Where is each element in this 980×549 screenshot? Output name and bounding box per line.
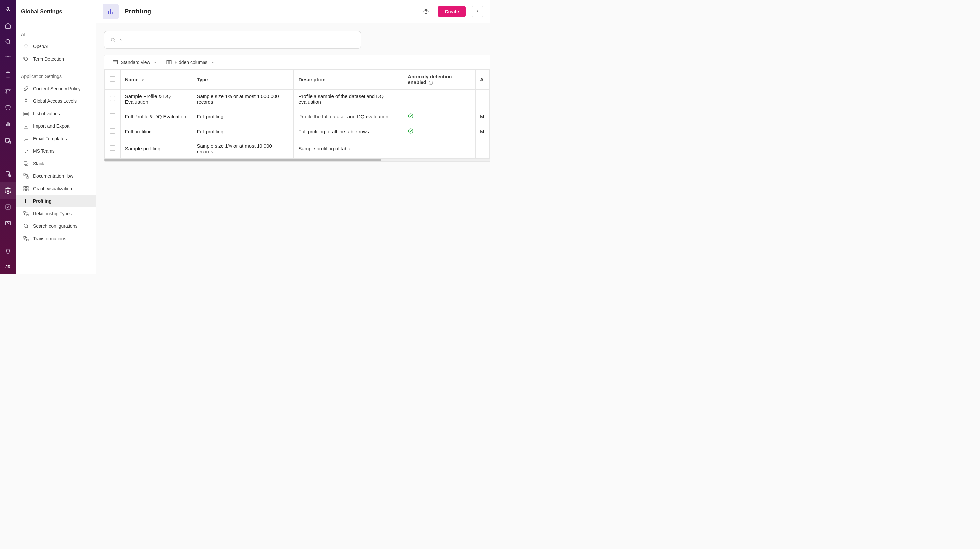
sidebar-item-label: OpenAI — [33, 44, 48, 49]
sidebar-item-import-export[interactable]: Import and Export — [16, 120, 96, 132]
svg-rect-13 — [6, 205, 10, 209]
rail-clipboard[interactable] — [0, 67, 16, 83]
chevron-down-icon[interactable] — [119, 38, 124, 42]
svg-rect-31 — [27, 214, 28, 216]
row-select[interactable] — [105, 139, 121, 158]
rail-book[interactable] — [0, 50, 16, 67]
hidden-columns-label: Hidden columns — [175, 60, 207, 65]
select-all-header[interactable] — [105, 70, 121, 89]
rail-inspect[interactable] — [0, 132, 16, 149]
sidebar-item-profiling[interactable]: Profiling — [16, 195, 96, 207]
sidebar-item-lov[interactable]: List of values — [16, 107, 96, 120]
square-link-icon — [23, 160, 29, 167]
rail-monitor[interactable] — [0, 215, 16, 232]
sidebar-item-graph[interactable]: Graph visualization — [16, 182, 96, 195]
table-row[interactable]: Full Profile & DQ EvaluationFull profili… — [105, 109, 490, 124]
table-row[interactable]: Full profilingFull profilingFull profili… — [105, 124, 490, 139]
cell-type: Full profiling — [192, 124, 294, 139]
page-title: Profiling — [124, 8, 151, 15]
app-logo[interactable]: a — [0, 0, 16, 17]
sidebar-item-docflow[interactable]: Documentation flow — [16, 170, 96, 182]
svg-rect-21 — [24, 115, 28, 116]
table-row[interactable]: Sample Profile & DQ EvaluationSample siz… — [105, 89, 490, 109]
rail-search[interactable] — [0, 33, 16, 50]
settings-sidebar: Global Settings AI OpenAI Term Detection… — [16, 0, 96, 274]
tag-icon — [23, 56, 29, 62]
rail-notifications[interactable] — [0, 243, 16, 259]
checkbox[interactable] — [110, 146, 115, 151]
user-avatar[interactable]: JR — [0, 259, 16, 274]
column-anomaly[interactable]: Anomaly detection enabled — [403, 70, 476, 89]
rail-chart[interactable] — [0, 116, 16, 132]
help-icon — [423, 9, 429, 14]
check-circle-icon — [408, 128, 414, 134]
help-button[interactable] — [420, 6, 432, 17]
sidebar-item-label: Term Detection — [33, 56, 64, 62]
page-header: Profiling Create — [96, 0, 490, 23]
cell-name: Full profiling — [120, 124, 192, 139]
cell-description: Full profiling of all the table rows — [294, 124, 403, 139]
square-link-icon — [23, 148, 29, 154]
svg-rect-19 — [24, 112, 28, 113]
svg-rect-24 — [24, 174, 25, 175]
column-type[interactable]: Type — [192, 70, 294, 89]
rail-home[interactable] — [0, 17, 16, 33]
checkbox[interactable] — [110, 96, 115, 102]
column-description[interactable]: Description — [294, 70, 403, 89]
column-name[interactable]: Name — [120, 70, 192, 89]
sidebar-item-gal[interactable]: Global Access Levels — [16, 95, 96, 107]
horizontal-scrollbar[interactable] — [104, 159, 490, 161]
cell-type: Full profiling — [192, 109, 294, 124]
check-circle-icon — [408, 113, 414, 119]
sidebar-item-label: Search configurations — [33, 224, 77, 229]
sidebar-item-csp[interactable]: Content Security Policy — [16, 82, 96, 95]
columns-icon — [166, 59, 172, 65]
sidebar-item-transformations[interactable]: Transformations — [16, 232, 96, 245]
info-icon[interactable] — [428, 80, 433, 85]
view-label: Standard view — [121, 60, 150, 65]
sidebar-item-relationships[interactable]: Relationship Types — [16, 207, 96, 220]
svg-rect-20 — [24, 113, 28, 114]
rail-settings[interactable] — [0, 182, 16, 199]
flow-icon — [23, 173, 29, 179]
rail-flow[interactable] — [0, 83, 16, 99]
svg-rect-22 — [24, 149, 27, 152]
cell-description: Sample profiling of table — [294, 139, 403, 158]
checkbox[interactable] — [110, 113, 115, 119]
checkbox[interactable] — [110, 76, 115, 82]
svg-point-17 — [24, 102, 25, 103]
create-button[interactable]: Create — [438, 6, 466, 17]
svg-point-0 — [6, 40, 10, 43]
row-select[interactable] — [105, 109, 121, 124]
sidebar-item-slack[interactable]: Slack — [16, 157, 96, 170]
cell-type: Sample size 1% or at most 10 000 records — [192, 139, 294, 158]
more-button[interactable] — [472, 6, 484, 17]
row-select[interactable] — [105, 124, 121, 139]
rail-tasks[interactable] — [0, 199, 16, 215]
sidebar-item-label: List of values — [33, 111, 60, 116]
table-row[interactable]: Sample profilingSample size 1% or at mos… — [105, 139, 490, 158]
rail-audit[interactable] — [0, 166, 16, 182]
main-content: Profiling Create Standard view — [96, 0, 490, 274]
cell-type: Sample size 1% or at most 1 000 000 reco… — [192, 89, 294, 109]
rail-shield[interactable] — [0, 99, 16, 116]
search-box[interactable] — [104, 31, 361, 49]
sidebar-item-email[interactable]: Email Templates — [16, 132, 96, 145]
search-input[interactable] — [127, 37, 355, 43]
sidebar-item-search-config[interactable]: Search configurations — [16, 220, 96, 232]
search-icon — [110, 37, 116, 43]
scrollbar-thumb[interactable] — [104, 159, 381, 161]
view-selector[interactable]: Standard view — [112, 59, 157, 65]
sidebar-item-term-detection[interactable]: Term Detection — [16, 53, 96, 65]
svg-rect-8 — [6, 138, 10, 142]
svg-rect-6 — [7, 122, 8, 126]
sidebar-item-openai[interactable]: OpenAI — [16, 40, 96, 53]
hidden-columns-selector[interactable]: Hidden columns — [166, 59, 214, 65]
sidebar-item-msteams[interactable]: MS Teams — [16, 145, 96, 157]
checkbox[interactable] — [110, 128, 115, 133]
svg-point-15 — [24, 57, 25, 58]
column-a[interactable]: A — [475, 70, 489, 89]
svg-rect-29 — [27, 189, 28, 191]
row-select[interactable] — [105, 89, 121, 109]
svg-rect-34 — [27, 239, 28, 241]
